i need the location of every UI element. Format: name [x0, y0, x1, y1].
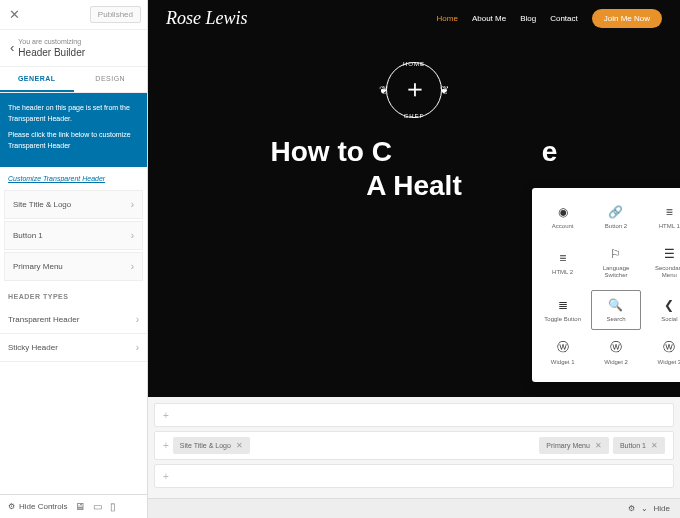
add-icon[interactable]: + — [163, 410, 169, 421]
chevron-right-icon: › — [131, 199, 134, 210]
menu-icon: ☰ — [664, 246, 675, 262]
wp-icon: ⓦ — [557, 340, 569, 356]
picker-button-2[interactable]: 🔗Button 2 — [591, 198, 640, 236]
nav-contact[interactable]: Contact — [550, 14, 578, 23]
chevron-right-icon: › — [131, 230, 134, 241]
add-icon[interactable]: + — [163, 440, 169, 451]
chevron-right-icon: › — [136, 314, 139, 325]
back-button[interactable]: ‹ — [6, 38, 18, 57]
remove-icon[interactable]: ✕ — [595, 441, 602, 450]
badge-bottom-text: CHEF — [404, 113, 424, 119]
html-icon: ≡ — [666, 204, 673, 220]
gear-icon[interactable]: ⚙ — [628, 504, 635, 513]
wp-icon: ⓦ — [663, 340, 675, 356]
sidebar-item-label: Transparent Header — [8, 315, 79, 324]
sidebar-item-site-title[interactable]: Site Title & Logo› — [4, 190, 143, 219]
remove-icon[interactable]: ✕ — [236, 441, 243, 450]
hero-text: How to C — [271, 136, 392, 167]
picker-widget-3[interactable]: ⓦWidget 3 — [645, 334, 680, 372]
nav-blog[interactable]: Blog — [520, 14, 536, 23]
hero-text: e — [542, 136, 558, 167]
lang-icon: ⚐ — [610, 246, 621, 262]
builder-row-top[interactable]: + — [154, 403, 674, 427]
share-icon: ❮ — [664, 297, 674, 313]
element-picker-popover: ◉Account🔗Button 2≡HTML 1≡HTML 2⚐Language… — [532, 188, 680, 382]
site-preview: Rose Lewis Home About Me Blog Contact Jo… — [148, 0, 680, 397]
picker-social[interactable]: ❮Social — [645, 290, 680, 330]
site-logo[interactable]: Rose Lewis — [166, 8, 248, 29]
picker-search[interactable]: 🔍Search — [591, 290, 640, 330]
chip-label: Site Title & Logo — [180, 442, 231, 449]
link-icon: 🔗 — [608, 204, 623, 220]
tablet-icon[interactable]: ▭ — [93, 501, 102, 512]
tab-design[interactable]: DESIGN — [74, 67, 148, 92]
page-title: Header Builder — [18, 47, 85, 58]
close-button[interactable]: ✕ — [6, 7, 22, 23]
publish-status[interactable]: Published — [90, 6, 141, 23]
gear-icon[interactable]: ⚙ — [8, 502, 15, 511]
header-builder-rows: + + Site Title & Logo✕ Primary Menu✕ But… — [148, 397, 680, 498]
chevron-right-icon: › — [136, 342, 139, 353]
picker-toggle-button[interactable]: ≣Toggle Button — [538, 290, 587, 330]
breadcrumb: ‹ You are customizing Header Builder — [0, 30, 147, 67]
tab-general[interactable]: GENERAL — [0, 67, 74, 92]
notice-line: The header on this page is set from the … — [8, 103, 139, 124]
sidebar-item-label: Site Title & Logo — [13, 200, 71, 209]
sidebar-item-primary-menu[interactable]: Primary Menu› — [4, 252, 143, 281]
picker-label: Widget 1 — [551, 359, 575, 366]
picker-label: Widget 3 — [657, 359, 680, 366]
chip-site-title[interactable]: Site Title & Logo✕ — [173, 437, 250, 454]
picker-html-2[interactable]: ≡HTML 2 — [538, 240, 587, 285]
picker-language-switcher[interactable]: ⚐Language Switcher — [591, 240, 640, 285]
site-header: Rose Lewis Home About Me Blog Contact Jo… — [148, 0, 680, 37]
hero-text: A Healt — [366, 170, 461, 201]
picker-label: Search — [606, 316, 625, 323]
picker-html-1[interactable]: ≡HTML 1 — [645, 198, 680, 236]
builder-row-bottom[interactable]: + — [154, 464, 674, 488]
chip-button1[interactable]: Button 1✕ — [613, 437, 665, 454]
picker-label: Social — [661, 316, 677, 323]
picker-label: HTML 1 — [659, 223, 680, 230]
primary-nav: Home About Me Blog Contact Join Me Now — [437, 9, 662, 28]
picker-widget-1[interactable]: ⓦWidget 1 — [538, 334, 587, 372]
sidebar-footer: ⚙ Hide Controls 🖥 ▭ ▯ — [0, 494, 147, 518]
picker-label: Language Switcher — [593, 265, 638, 279]
builder-row-main[interactable]: + Site Title & Logo✕ Primary Menu✕ Butto… — [154, 431, 674, 460]
join-button[interactable]: Join Me Now — [592, 9, 662, 28]
chevron-down-icon[interactable]: ⌄ — [641, 504, 648, 513]
sidebar-topbar: ✕ Published — [0, 0, 147, 30]
sidebar-item-transparent-header[interactable]: Transparent Header› — [0, 306, 147, 334]
chip-primary-menu[interactable]: Primary Menu✕ — [539, 437, 609, 454]
notice-panel: The header on this page is set from the … — [0, 93, 147, 167]
notice-line: Please click the link below to customize… — [8, 130, 139, 151]
picker-account[interactable]: ◉Account — [538, 198, 587, 236]
hide-button[interactable]: Hide — [654, 504, 670, 513]
chevron-right-icon: › — [131, 261, 134, 272]
sidebar-item-button1[interactable]: Button 1› — [4, 221, 143, 250]
sidebar-item-label: Button 1 — [13, 231, 43, 240]
picker-label: Widget 2 — [604, 359, 628, 366]
sidebar-item-sticky-header[interactable]: Sticky Header› — [0, 334, 147, 362]
remove-icon[interactable]: ✕ — [651, 441, 658, 450]
wheat-icon: ❦ — [440, 84, 449, 97]
hide-controls-button[interactable]: Hide Controls — [19, 502, 67, 511]
html-icon: ≡ — [559, 250, 566, 266]
toggle-icon: ≣ — [558, 297, 568, 313]
chip-label: Primary Menu — [546, 442, 590, 449]
picker-label: HTML 2 — [552, 269, 573, 276]
add-icon[interactable]: + — [163, 471, 169, 482]
main-area: Rose Lewis Home About Me Blog Contact Jo… — [148, 0, 680, 518]
sidebar-item-label: Sticky Header — [8, 343, 58, 352]
mobile-icon[interactable]: ▯ — [110, 501, 116, 512]
nav-about[interactable]: About Me — [472, 14, 506, 23]
desktop-icon[interactable]: 🖥 — [75, 501, 85, 512]
picker-widget-2[interactable]: ⓦWidget 2 — [591, 334, 640, 372]
preview-footer: ⚙ ⌄ Hide — [148, 498, 680, 518]
picker-secondary-menu[interactable]: ☰Secondary Menu — [645, 240, 680, 285]
customize-transparent-link[interactable]: Customize Transparent Header — [0, 167, 147, 190]
picker-label: Account — [552, 223, 574, 230]
sidebar-item-label: Primary Menu — [13, 262, 63, 271]
account-icon: ◉ — [558, 204, 568, 220]
breadcrumb-label: You are customizing — [18, 38, 85, 45]
nav-home[interactable]: Home — [437, 14, 458, 23]
